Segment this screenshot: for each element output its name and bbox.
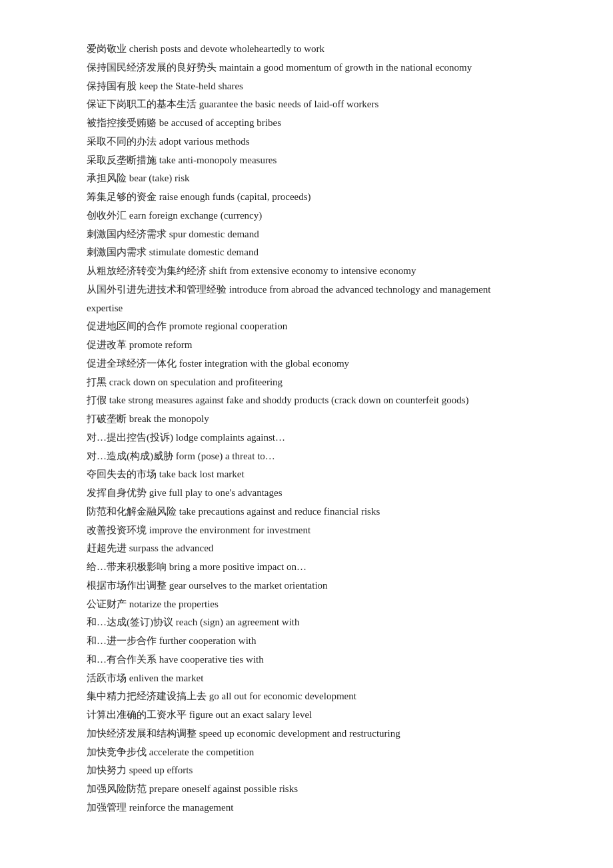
english-text: maintain a good momentum of growth in th… bbox=[219, 62, 472, 73]
list-item: 从国外引进先进技术和管理经验 introduce from abroad the… bbox=[87, 281, 526, 318]
list-item: 打假 take strong measures against fake and… bbox=[87, 391, 526, 410]
list-item: 打黑 crack down on speculation and profite… bbox=[87, 373, 526, 392]
list-item: 爱岗敬业 cherish posts and devote wholeheart… bbox=[87, 40, 526, 59]
chinese-text: 刺激国内经济需求 bbox=[87, 229, 167, 239]
content-area: 爱岗敬业 cherish posts and devote wholeheart… bbox=[87, 40, 526, 817]
list-item: 被指控接受贿赂 be accused of accepting bribes bbox=[87, 114, 526, 133]
english-text: stimulate domestic demand bbox=[149, 247, 259, 257]
list-item: 促进改革 promote reform bbox=[87, 336, 526, 355]
english-text: further cooperation with bbox=[159, 635, 257, 646]
chinese-text: 采取不同的办法 bbox=[87, 136, 157, 147]
english-text: speed up economic development and restru… bbox=[199, 728, 400, 739]
list-item: 和…有合作关系 have cooperative ties with bbox=[87, 651, 526, 669]
english-text: improve the environment for investment bbox=[149, 525, 310, 535]
english-text: form (pose) a threat to… bbox=[176, 451, 275, 461]
chinese-text: 被指控接受贿赂 bbox=[87, 117, 157, 128]
english-text: crack down on speculation and profiteeri… bbox=[109, 377, 283, 387]
english-text: adopt various methods bbox=[159, 136, 250, 147]
english-text: prepare oneself against possible risks bbox=[149, 783, 298, 794]
list-item: 保持国有股 keep the State-held shares bbox=[87, 77, 526, 96]
list-item: 筹集足够的资金 raise enough funds (capital, pro… bbox=[87, 188, 526, 207]
english-text: go all out for economic development bbox=[209, 691, 356, 701]
chinese-text: 创收外汇 bbox=[87, 210, 127, 221]
english-text: guarantee the basic needs of laid-off wo… bbox=[199, 99, 379, 109]
chinese-text: 发挥自身优势 bbox=[87, 487, 147, 498]
chinese-text: 保证下岗职工的基本生活 bbox=[87, 99, 197, 109]
english-text: promote regional cooperation bbox=[169, 321, 287, 331]
list-item: 对…造成(构成)威胁 form (pose) a threat to… bbox=[87, 447, 526, 466]
list-item: 改善投资环境 improve the environment for inves… bbox=[87, 521, 526, 540]
list-item: 计算出准确的工资水平 figure out an exact salary le… bbox=[87, 706, 526, 725]
chinese-text: 打黑 bbox=[87, 377, 107, 387]
chinese-text: 爱岗敬业 bbox=[87, 43, 127, 54]
chinese-text: 打破垄断 bbox=[87, 413, 127, 424]
chinese-text: 根据市场作出调整 bbox=[87, 580, 167, 591]
list-item: 刺激国内需求 stimulate domestic demand bbox=[87, 243, 526, 262]
list-item: 加快经济发展和结构调整 speed up economic developmen… bbox=[87, 725, 526, 743]
chinese-text: 打假 bbox=[87, 395, 107, 405]
list-item: 打破垄断 break the monopoly bbox=[87, 410, 526, 429]
chinese-text: 和…有合作关系 bbox=[87, 654, 157, 665]
list-item: 防范和化解金融风险 take precautions against and r… bbox=[87, 503, 526, 521]
chinese-text: 从粗放经济转变为集约经济 bbox=[87, 265, 207, 276]
english-text: figure out an exact salary level bbox=[189, 709, 312, 720]
english-text: take back lost market bbox=[159, 469, 245, 479]
list-item: 促进全球经济一体化 foster integration with the gl… bbox=[87, 355, 526, 373]
chinese-text: 赶超先进 bbox=[87, 543, 127, 553]
chinese-text: 促进地区间的合作 bbox=[87, 321, 167, 331]
list-item: 根据市场作出调整 gear ourselves to the market or… bbox=[87, 577, 526, 595]
english-text: bring a more positive impact on… bbox=[169, 561, 306, 572]
list-item: 保持国民经济发展的良好势头 maintain a good momentum o… bbox=[87, 59, 526, 77]
english-text: have cooperative ties with bbox=[159, 654, 264, 665]
list-item: 加快竞争步伐 accelerate the competition bbox=[87, 743, 526, 762]
chinese-text: 促进全球经济一体化 bbox=[87, 358, 177, 369]
list-item: 和…进一步合作 further cooperation with bbox=[87, 632, 526, 651]
english-text: enliven the market bbox=[129, 673, 204, 683]
english-text: promote reform bbox=[129, 339, 193, 350]
english-text: shift from extensive economy to intensiv… bbox=[209, 265, 416, 276]
english-text: reinforce the management bbox=[129, 802, 234, 813]
chinese-text: 筹集足够的资金 bbox=[87, 191, 157, 202]
list-item: 采取反垄断措施 take anti-monopoly measures bbox=[87, 151, 526, 170]
english-text: take strong measures against fake and sh… bbox=[109, 395, 469, 405]
chinese-text: 和…进一步合作 bbox=[87, 635, 157, 646]
chinese-text: 活跃市场 bbox=[87, 673, 127, 683]
list-item: 对…提出控告(投诉) lodge complaints against… bbox=[87, 429, 526, 447]
chinese-text: 和…达成(签订)协议 bbox=[87, 617, 173, 627]
chinese-text: 加强管理 bbox=[87, 802, 127, 813]
english-text: cherish posts and devote wholeheartedly … bbox=[129, 43, 324, 54]
list-item: 从粗放经济转变为集约经济 shift from extensive econom… bbox=[87, 262, 526, 281]
list-item: 和…达成(签订)协议 reach (sign) an agreement wit… bbox=[87, 613, 526, 632]
list-item: 刺激国内经济需求 spur domestic demand bbox=[87, 225, 526, 244]
chinese-text: 给…带来积极影响 bbox=[87, 561, 167, 572]
list-item: 发挥自身优势 give full play to one's advantage… bbox=[87, 484, 526, 503]
list-item: 加强风险防范 prepare oneself against possible … bbox=[87, 780, 526, 799]
chinese-text: 对…造成(构成)威胁 bbox=[87, 451, 173, 461]
list-item: 给…带来积极影响 bring a more positive impact on… bbox=[87, 558, 526, 577]
chinese-text: 采取反垄断措施 bbox=[87, 155, 157, 165]
chinese-text: 计算出准确的工资水平 bbox=[87, 709, 187, 720]
english-text: foster integration with the global econo… bbox=[179, 358, 349, 369]
english-text: give full play to one's advantages bbox=[149, 487, 283, 498]
chinese-text: 集中精力把经济建设搞上去 bbox=[87, 691, 207, 701]
english-text: bear (take) risk bbox=[129, 173, 190, 183]
list-item: 夺回失去的市场 take back lost market bbox=[87, 465, 526, 484]
list-item: 加快努力 speed up efforts bbox=[87, 761, 526, 780]
english-text: gear ourselves to the market orientation bbox=[169, 580, 328, 591]
english-text: spur domestic demand bbox=[169, 229, 259, 239]
list-item: 加强管理 reinforce the management bbox=[87, 799, 526, 817]
english-text: lodge complaints against… bbox=[176, 432, 285, 443]
english-text: accelerate the competition bbox=[149, 747, 254, 757]
chinese-text: 防范和化解金融风险 bbox=[87, 506, 177, 517]
english-text: break the monopoly bbox=[129, 413, 209, 424]
english-text: speed up efforts bbox=[129, 765, 193, 775]
english-text: reach (sign) an agreement with bbox=[176, 617, 300, 627]
english-text: raise enough funds (capital, proceeds) bbox=[159, 191, 311, 202]
list-item: 承担风险 bear (take) risk bbox=[87, 169, 526, 188]
chinese-text: 加快努力 bbox=[87, 765, 127, 775]
list-item: 集中精力把经济建设搞上去 go all out for economic dev… bbox=[87, 687, 526, 706]
list-item: 公证财产 notarize the properties bbox=[87, 595, 526, 614]
english-text: keep the State-held shares bbox=[139, 81, 243, 91]
chinese-text: 改善投资环境 bbox=[87, 525, 147, 535]
chinese-text: 加快竞争步伐 bbox=[87, 747, 147, 757]
